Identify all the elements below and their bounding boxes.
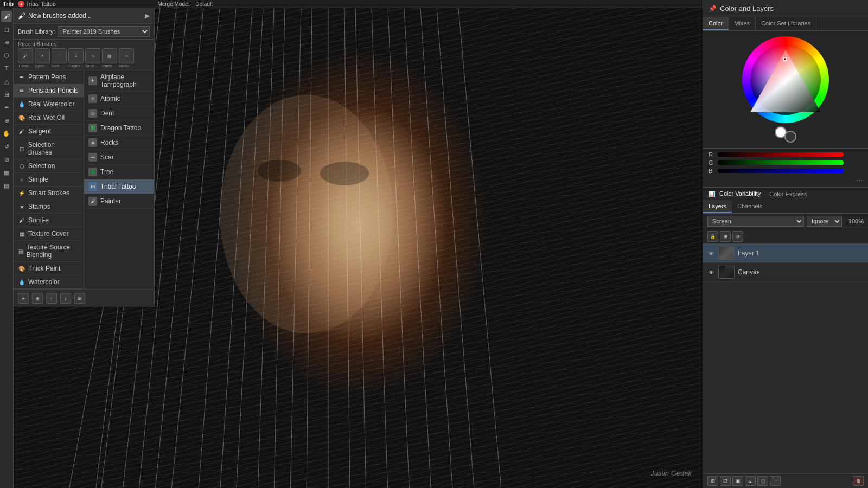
recent-brush-icon-4[interactable]: ∿ bbox=[85, 48, 100, 63]
cat-watercolor[interactable]: 💧 Watercolor bbox=[14, 275, 84, 289]
brush-tribal-tattoo[interactable]: ⋈ Tribal Tattoo bbox=[84, 179, 154, 194]
recent-brush-icon-6[interactable]: ≈ bbox=[119, 48, 134, 63]
cat-pens-pencils[interactable]: ✏ Pens and Pencils bbox=[14, 84, 84, 98]
slider-bar-g[interactable] bbox=[718, 160, 844, 165]
recent-brush-0[interactable]: 🖌 Tribal T... bbox=[18, 48, 33, 68]
tool-brush[interactable]: 🖌 bbox=[1, 11, 12, 22]
cat-sumi-e[interactable]: 🖌 Sumi-e bbox=[14, 214, 84, 227]
cat-smart-strokes[interactable]: ⚡ Smart Strokes bbox=[14, 187, 84, 200]
brush-library-select[interactable]: Painter 2019 Brushes bbox=[58, 26, 150, 37]
brush-scar[interactable]: — Scar bbox=[84, 150, 154, 165]
layer-tool-1[interactable]: 🔒 bbox=[707, 231, 718, 242]
cat-sargent[interactable]: 🖌 Sargent bbox=[14, 125, 84, 138]
layer-btn-lock[interactable]: ⊾ bbox=[745, 476, 756, 486]
tab-color-variability[interactable]: Color Variability bbox=[719, 190, 761, 197]
recent-brush-2[interactable]: ~ Soft Ro... bbox=[52, 48, 67, 68]
tab-color-express[interactable]: Color Express bbox=[769, 191, 807, 197]
color-triangle-svg[interactable] bbox=[742, 36, 829, 123]
tool-rotate[interactable]: ↺ bbox=[1, 141, 12, 152]
brush-options-button[interactable]: ≡ bbox=[74, 293, 85, 304]
layer-btn-options[interactable]: ··· bbox=[770, 476, 781, 486]
merge-mode-value[interactable]: Default bbox=[195, 1, 213, 7]
cat-texture-cover[interactable]: ▦ Texture Cover bbox=[14, 227, 84, 241]
layer-btn-delete[interactable]: 🗑 bbox=[853, 476, 864, 486]
tool-transform[interactable]: ⊕ bbox=[1, 37, 12, 48]
brush-atomic[interactable]: ⚛ Atomic bbox=[84, 92, 154, 106]
new-brushes-button[interactable]: 🖌 New brushes added... bbox=[18, 11, 145, 20]
color-wheel-container[interactable] bbox=[742, 36, 829, 123]
brush-icon-dent: ◎ bbox=[88, 109, 97, 118]
tab-mixes[interactable]: Mixes bbox=[729, 17, 756, 30]
ignore-select[interactable]: Ignore None bbox=[807, 216, 842, 227]
color-wheel-pointer[interactable] bbox=[783, 57, 787, 61]
color-sliders: R G B ··· bbox=[703, 149, 868, 187]
tool-shape[interactable]: △ bbox=[1, 76, 12, 87]
recent-brush-5[interactable]: ▦ Pattern... bbox=[102, 48, 117, 68]
cat-thick-paint[interactable]: 🎨 Thick Paint bbox=[14, 262, 84, 275]
cat-selection-brushes[interactable]: ◻ Selection Brushes bbox=[14, 138, 84, 159]
tool-blend[interactable]: ⊘ bbox=[1, 154, 12, 165]
recent-brush-icon-1[interactable]: ✦ bbox=[35, 48, 50, 63]
tool-layer[interactable]: ▤ bbox=[1, 180, 12, 191]
recent-brush-icon-2[interactable]: ~ bbox=[52, 48, 67, 63]
tool-text[interactable]: T bbox=[1, 63, 12, 74]
bg-color-swatch[interactable] bbox=[784, 131, 796, 143]
layer-item-canvas[interactable]: 👁 Canvas bbox=[703, 263, 868, 282]
tool-fill[interactable]: ⬡ bbox=[1, 50, 12, 61]
tool-dropper[interactable]: ✒ bbox=[1, 102, 12, 113]
recent-brush-4[interactable]: ∿ Smeary... bbox=[85, 48, 100, 68]
slider-bar-r[interactable] bbox=[718, 152, 844, 157]
tab-channels[interactable]: Channels bbox=[732, 200, 768, 213]
cat-pattern-pens[interactable]: ✒ Pattern Pens bbox=[14, 70, 84, 84]
cat-selection[interactable]: ⬡ Selection bbox=[14, 159, 84, 173]
cat-real-wet-oil[interactable]: 🎨 Real Wet Oil bbox=[14, 111, 84, 125]
recent-brush-icon-3[interactable]: ≡ bbox=[68, 48, 84, 63]
add-brush-button[interactable]: + bbox=[18, 293, 29, 304]
tool-crop[interactable]: ⊞ bbox=[1, 89, 12, 100]
tool-select[interactable]: ◻ bbox=[1, 24, 12, 35]
brush-dragon-tattoo[interactable]: 🐉 Dragon Tattoo bbox=[84, 121, 154, 136]
cat-label-texture-source: Texture Source Blending bbox=[26, 243, 79, 259]
brush-airplane-tampograph[interactable]: ✈ Airplane Tampograph bbox=[84, 70, 154, 92]
recent-brush-icon-5[interactable]: ▦ bbox=[102, 48, 117, 63]
layer-btn-frame[interactable]: ◻ bbox=[757, 476, 768, 486]
cat-simple[interactable]: ○ Simple bbox=[14, 173, 84, 187]
recent-brush-6[interactable]: ≈ Heavy... bbox=[119, 48, 134, 68]
move-up-button[interactable]: ↑ bbox=[46, 293, 57, 304]
tool-zoom[interactable]: ⊕ bbox=[1, 115, 12, 126]
brush-dent[interactable]: ◎ Dent bbox=[84, 106, 154, 121]
layer-btn-mask[interactable]: ▣ bbox=[732, 476, 743, 486]
layer-tool-2[interactable]: ⊞ bbox=[720, 231, 731, 242]
layer-name-canvas: Canvas bbox=[738, 268, 864, 276]
color-wheel[interactable] bbox=[742, 36, 829, 123]
tab-color-set-libraries[interactable]: Color Set Libraries bbox=[756, 17, 816, 30]
brush-categories: ✒ Pattern Pens ✏ Pens and Pencils 💧 Real… bbox=[14, 70, 84, 289]
recent-brush-1[interactable]: ✦ Specks... bbox=[35, 48, 50, 68]
layer-eye-canvas[interactable]: 👁 bbox=[707, 268, 715, 276]
layer-tool-3[interactable]: ⊟ bbox=[732, 231, 743, 242]
tab-layers[interactable]: Layers bbox=[703, 200, 732, 213]
copy-brush-button[interactable]: ⊕ bbox=[32, 293, 43, 304]
color-options-button[interactable]: ··· bbox=[709, 176, 863, 184]
brush-painter[interactable]: 🖌 Painter bbox=[84, 194, 154, 209]
layer-eye-1[interactable]: 👁 bbox=[707, 249, 715, 257]
layer-btn-duplicate[interactable]: ⊡ bbox=[720, 476, 731, 486]
recent-brushes-section: Recent Brushes: 🖌 Tribal T... ✦ Specks..… bbox=[14, 40, 154, 70]
move-down-button[interactable]: ↓ bbox=[60, 293, 71, 304]
tool-pan[interactable]: ✋ bbox=[1, 128, 12, 139]
tab-color[interactable]: Color bbox=[703, 17, 729, 30]
tool-grid[interactable]: ▦ bbox=[1, 167, 12, 178]
brush-rocks[interactable]: ◈ Rocks bbox=[84, 136, 154, 150]
cat-texture-source[interactable]: ▤ Texture Source Blending bbox=[14, 241, 84, 262]
recent-brush-icon-0[interactable]: 🖌 bbox=[18, 48, 33, 63]
cat-stamps[interactable]: ★ Stamps bbox=[14, 200, 84, 214]
slider-bar-b[interactable] bbox=[718, 169, 844, 173]
recent-brush-3[interactable]: ≡ Paper... bbox=[68, 48, 84, 68]
layer-btn-new-group[interactable]: ⊞ bbox=[707, 476, 718, 486]
recent-brush-label-4: Smeary... bbox=[85, 63, 100, 68]
brush-list-container: ✒ Pattern Pens ✏ Pens and Pencils 💧 Real… bbox=[14, 70, 154, 289]
brush-tree[interactable]: 🌲 Tree bbox=[84, 165, 154, 179]
layer-item-1[interactable]: 👁 Layer 1 bbox=[703, 244, 868, 263]
cat-real-watercolor[interactable]: 💧 Real Watercolor bbox=[14, 98, 84, 111]
blend-mode-select[interactable]: Screen Normal Multiply Overlay bbox=[707, 216, 804, 227]
